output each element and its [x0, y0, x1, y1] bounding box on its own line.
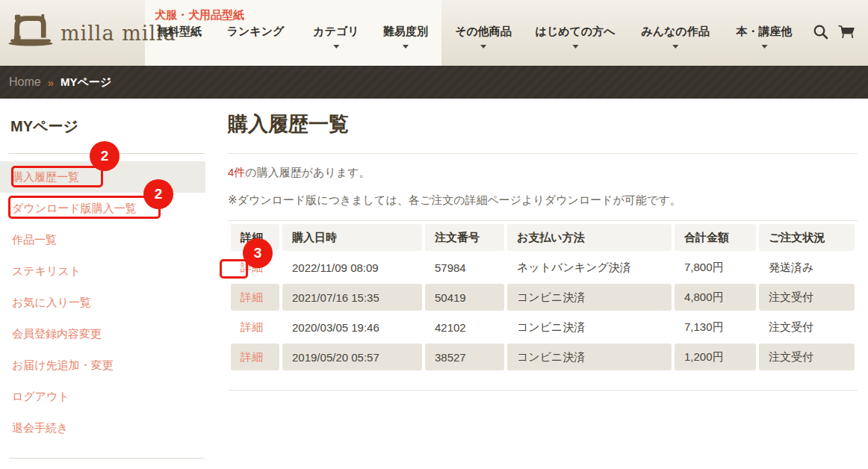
purchase-history-table: 詳細 購入日時 注文番号 お支払い方法 合計金額 ご注文状況 詳細 2022/1… — [228, 221, 858, 373]
col-header-payment: お支払い方法 — [507, 224, 672, 251]
col-header-order-no: 注文番号 — [425, 224, 504, 251]
total-amount: 1,200円 — [675, 344, 756, 370]
annotation-box-purchase-history — [11, 166, 103, 187]
detail-link[interactable]: 詳細 — [241, 320, 263, 333]
table-row: 詳細 2021/07/16 15:35 50419 コンビニ決済 4,800円 … — [231, 284, 855, 311]
order-status: 注文受付 — [759, 344, 855, 370]
purchase-date: 2021/07/16 15:35 — [282, 284, 422, 311]
nav-item-books-courses[interactable]: 本・講座他 — [737, 25, 793, 49]
order-status: 注文受付 — [759, 314, 855, 341]
sidebar-item-suteki-list[interactable]: ステキリスト — [0, 255, 205, 287]
table-row: 詳細 2020/03/05 19:46 42102 コンビニ決済 7,130円 … — [231, 314, 855, 341]
nav-item-beginners[interactable]: はじめての方へ — [535, 25, 615, 49]
payment-method: コンビニ決済 — [507, 284, 672, 311]
nav-item-user-works[interactable]: みんなの作品 — [641, 25, 709, 49]
purchase-date: 2022/11/09 08:09 — [282, 254, 422, 281]
col-header-total: 合計金額 — [675, 224, 756, 251]
chevron-down-icon — [572, 45, 578, 49]
chevron-down-icon — [761, 45, 767, 49]
cart-icon[interactable] — [837, 23, 856, 41]
sidebar-item-logout[interactable]: ログアウト — [0, 381, 205, 412]
tab-label: 犬服・犬用品型紙 — [155, 8, 244, 22]
divider — [228, 390, 858, 391]
download-note: ※ダウンロード版につきましては、各ご注文の詳細ページよりダウンロードが可能です。 — [228, 193, 681, 208]
order-number: 42102 — [425, 314, 504, 341]
sidebar-item-shipping-address[interactable]: お届け先追加・変更 — [0, 350, 205, 381]
sewing-machine-icon — [7, 12, 54, 46]
logo[interactable]: milla milla — [7, 12, 176, 46]
nav-item-ranking[interactable]: ランキング — [227, 25, 285, 39]
sidebar-title: MYページ — [10, 117, 78, 137]
nav-item-category[interactable]: カテゴリ — [313, 25, 359, 49]
breadcrumb-current: MYページ — [61, 75, 111, 90]
history-count-text: の購入履歴があります。 — [245, 166, 370, 178]
divider — [9, 458, 205, 459]
payment-method: コンビニ決済 — [507, 314, 672, 341]
table-row: 詳細 2019/05/20 05:57 38527 コンビニ決済 1,200円 … — [231, 344, 855, 370]
order-number: 57984 — [425, 254, 504, 281]
col-header-status: ご注文状況 — [759, 224, 855, 251]
payment-method: コンビニ決済 — [507, 344, 672, 370]
purchase-history-table-wrap: 詳細 購入日時 注文番号 お支払い方法 合計金額 ご注文状況 詳細 2022/1… — [228, 220, 858, 373]
annotation-box-download-purchases — [8, 196, 161, 219]
sidebar-item-member-info-change[interactable]: 会員登録内容変更 — [0, 318, 205, 350]
sidebar-item-favorites[interactable]: お気に入り一覧 — [0, 287, 205, 318]
annotation-badge: 3 — [243, 238, 273, 268]
nav-item-other-products[interactable]: その他商品 — [455, 25, 512, 49]
breadcrumb-separator-icon: » — [48, 76, 54, 89]
chevron-down-icon — [333, 45, 339, 49]
content-area: MYページ 購入履歴一覧 ダウンロード版購入一覧 作品一覧 ステキリスト お気に… — [0, 99, 868, 469]
order-number: 50419 — [425, 284, 504, 311]
divider — [228, 153, 858, 154]
purchase-date: 2020/03/05 19:46 — [282, 314, 422, 341]
nav-item-difficulty[interactable]: 難易度別 — [383, 25, 428, 49]
sidebar-item-works[interactable]: 作品一覧 — [0, 224, 205, 255]
purchase-date: 2019/05/20 05:57 — [282, 344, 422, 370]
total-amount: 7,800円 — [675, 254, 756, 281]
nav-item-free-patterns[interactable]: 無料型紙 — [157, 25, 202, 39]
table-row: 詳細 2022/11/09 08:09 57984 ネットバンキング決済 7,8… — [231, 254, 855, 281]
payment-method: ネットバンキング決済 — [507, 254, 672, 281]
order-number: 38527 — [425, 344, 504, 370]
total-amount: 7,130円 — [675, 314, 756, 341]
sidebar-item-withdrawal[interactable]: 退会手続き — [0, 412, 205, 444]
history-count-number: 4件 — [228, 166, 245, 178]
chevron-down-icon — [403, 45, 409, 49]
chevron-down-icon — [672, 45, 678, 49]
order-status: 注文受付 — [759, 284, 855, 311]
page-title: 購入履歴一覧 — [228, 111, 349, 137]
table-header-row: 詳細 購入日時 注文番号 お支払い方法 合計金額 ご注文状況 — [231, 224, 855, 251]
breadcrumb-home-link[interactable]: Home — [9, 75, 41, 89]
breadcrumb: Home » MYページ — [0, 66, 868, 99]
detail-link[interactable]: 詳細 — [241, 291, 263, 303]
annotation-box-detail-link — [220, 259, 248, 279]
order-status: 発送済み — [759, 254, 855, 281]
chevron-down-icon — [480, 45, 486, 49]
detail-link[interactable]: 詳細 — [241, 350, 263, 363]
annotation-badge: 2 — [90, 141, 120, 171]
annotation-badge: 2 — [143, 179, 173, 209]
search-icon[interactable] — [812, 23, 830, 41]
history-count: 4件の購入履歴があります。 — [228, 166, 370, 180]
total-amount: 4,800円 — [675, 284, 756, 311]
site-header: milla milla 犬服・犬用品型紙 無料型紙 ランキング カテゴリ 難易度… — [0, 0, 868, 66]
col-header-date: 購入日時 — [282, 224, 422, 251]
